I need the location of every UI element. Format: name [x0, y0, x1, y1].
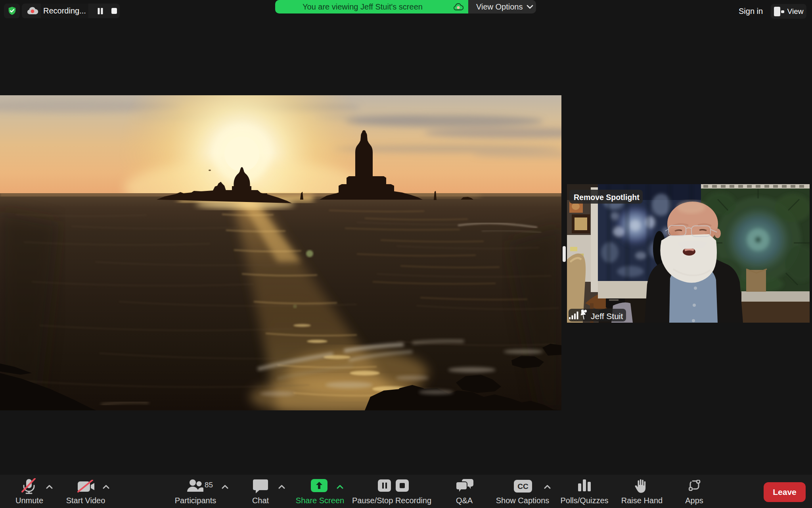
- svg-text:Jeff Stuit: Jeff Stuit: [591, 312, 623, 321]
- svg-text:CC: CC: [517, 482, 529, 491]
- svg-text:Remove Spotlight: Remove Spotlight: [574, 193, 640, 202]
